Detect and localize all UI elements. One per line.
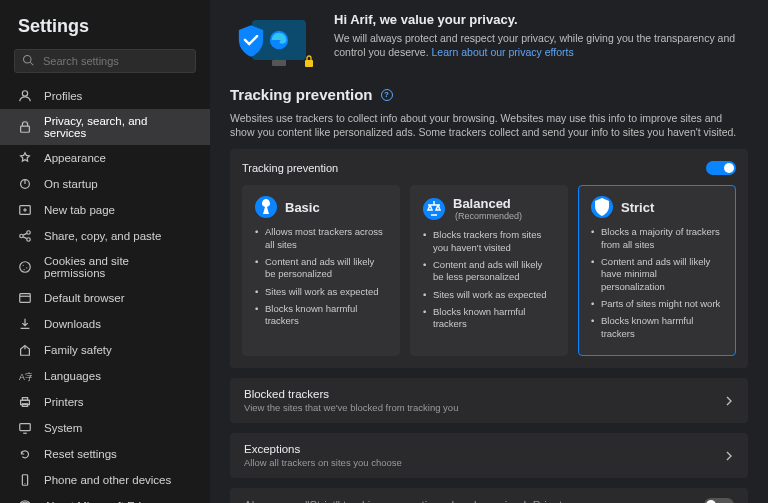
tracking-card-header: Tracking prevention: [242, 161, 736, 175]
level-bullet: Blocks trackers from sites you haven't v…: [423, 229, 555, 254]
svg-point-10: [27, 231, 31, 235]
appearance-icon: [18, 151, 32, 165]
lock-icon: [18, 120, 32, 134]
level-header: Strict: [591, 196, 723, 218]
profile-icon: [18, 89, 32, 103]
tracking-card: Tracking prevention Basic Allows most tr…: [230, 149, 748, 368]
tracking-level-strict[interactable]: Strict Blocks a majority of trackers fro…: [578, 185, 736, 356]
svg-line-12: [23, 233, 27, 235]
svg-rect-3: [21, 126, 30, 132]
chevron-right-icon: [724, 396, 734, 406]
sidebar-item-label: Downloads: [44, 318, 101, 330]
browser-icon: [18, 291, 32, 305]
tracking-heading-text: Tracking prevention: [230, 86, 373, 103]
tracking-levels: Basic Allows most trackers across all si…: [242, 185, 736, 356]
level-name: Strict: [621, 200, 654, 215]
sidebar-item-label: Cookies and site permissions: [44, 255, 192, 279]
level-name: Basic: [285, 200, 320, 215]
svg-point-0: [24, 56, 32, 64]
hero-text: Hi Arif, we value your privacy. We will …: [334, 12, 748, 72]
inprivate-label: Always use "Strict" tracking prevention …: [244, 499, 569, 503]
hero-title: Hi Arif, we value your privacy.: [334, 12, 748, 27]
tracking-description: Websites use trackers to collect info ab…: [230, 111, 748, 139]
sidebar-item-label: Privacy, search, and services: [44, 115, 192, 139]
level-bullet: Parts of sites might not work: [591, 298, 723, 310]
tracking-card-label: Tracking prevention: [242, 162, 338, 174]
privacy-efforts-link[interactable]: Learn about our privacy efforts: [431, 46, 573, 58]
sidebar-item-privacy-search-and-services[interactable]: Privacy, search, and services: [0, 109, 210, 145]
basic-level-icon: [255, 196, 277, 218]
tracking-toggle[interactable]: [706, 161, 736, 175]
edge-logo-icon: [268, 29, 290, 51]
download-icon: [18, 317, 32, 331]
padlock-icon: [304, 54, 314, 68]
blocked-trackers-link[interactable]: Blocked trackers View the sites that we'…: [230, 378, 748, 423]
sidebar-item-share-copy-and-paste[interactable]: Share, copy, and paste: [0, 223, 210, 249]
sidebar-item-downloads[interactable]: Downloads: [0, 311, 210, 337]
hero-description: We will always protect and respect your …: [334, 31, 748, 59]
power-icon: [18, 177, 32, 191]
sidebar-item-printers[interactable]: Printers: [0, 389, 210, 415]
svg-rect-24: [20, 424, 31, 431]
sidebar-item-cookies-and-site-permissions[interactable]: Cookies and site permissions: [0, 249, 210, 285]
sidebar-item-label: Phone and other devices: [44, 474, 171, 486]
recommended-label: (Recommended): [455, 211, 522, 221]
exceptions-link[interactable]: Exceptions Allow all trackers on sites y…: [230, 433, 748, 478]
svg-line-1: [30, 62, 33, 65]
level-bullet: Allows most trackers across all sites: [255, 226, 387, 251]
level-bullet: Content and ads will likely be less pers…: [423, 259, 555, 284]
sidebar-item-default-browser[interactable]: Default browser: [0, 285, 210, 311]
level-header: Basic: [255, 196, 387, 218]
search-container: [14, 49, 196, 73]
level-bullet: Blocks a majority of trackers from all s…: [591, 226, 723, 251]
sidebar-item-label: Printers: [44, 396, 84, 408]
tracking-level-balanced[interactable]: Balanced(Recommended) Blocks trackers fr…: [410, 185, 568, 356]
level-bullet: Content and ads will likely have minimal…: [591, 256, 723, 293]
svg-point-15: [23, 265, 24, 266]
svg-point-17: [24, 269, 25, 270]
about-icon: [18, 499, 32, 503]
sidebar-item-languages[interactable]: A字Languages: [0, 363, 210, 389]
svg-rect-22: [22, 398, 27, 401]
sidebar-item-about-microsoft-edge[interactable]: About Microsoft Edge: [0, 493, 210, 503]
svg-point-14: [20, 262, 31, 273]
share-icon: [18, 229, 32, 243]
balanced-level-icon: [423, 198, 445, 220]
level-name: Balanced: [453, 196, 511, 211]
info-icon[interactable]: ?: [381, 89, 393, 101]
sidebar-item-label: Appearance: [44, 152, 106, 164]
sidebar-item-label: Reset settings: [44, 448, 117, 460]
sidebar-item-appearance[interactable]: Appearance: [0, 145, 210, 171]
privacy-hero: Hi Arif, we value your privacy. We will …: [230, 12, 748, 72]
hero-illustration: [230, 12, 316, 72]
sidebar-item-label: Profiles: [44, 90, 82, 102]
level-bullet: Blocks known harmful trackers: [423, 306, 555, 331]
svg-point-9: [20, 234, 24, 238]
printer-icon: [18, 395, 32, 409]
svg-rect-30: [305, 60, 313, 67]
sidebar-item-system[interactable]: System: [0, 415, 210, 441]
level-bullet: Sites will work as expected: [423, 289, 555, 301]
svg-rect-18: [20, 294, 31, 303]
tracking-level-basic[interactable]: Basic Allows most trackers across all si…: [242, 185, 400, 356]
level-bullet: Content and ads will likely be personali…: [255, 256, 387, 281]
sidebar-item-phone-and-other-devices[interactable]: Phone and other devices: [0, 467, 210, 493]
sidebar-item-family-safety[interactable]: Family safety: [0, 337, 210, 363]
search-input[interactable]: [14, 49, 196, 73]
sidebar-nav: ProfilesPrivacy, search, and servicesApp…: [0, 83, 210, 503]
sidebar-item-on-startup[interactable]: On startup: [0, 171, 210, 197]
level-bullet: Blocks known harmful trackers: [255, 303, 387, 328]
sidebar-item-label: Default browser: [44, 292, 125, 304]
svg-point-2: [22, 91, 27, 96]
reset-icon: [18, 447, 32, 461]
settings-sidebar: Settings ProfilesPrivacy, search, and se…: [0, 0, 210, 503]
svg-point-11: [27, 238, 31, 242]
sidebar-item-reset-settings[interactable]: Reset settings: [0, 441, 210, 467]
blocked-title: Blocked trackers: [244, 388, 458, 400]
sidebar-item-label: Share, copy, and paste: [44, 230, 161, 242]
inprivate-toggle[interactable]: [704, 498, 734, 503]
sidebar-item-profiles[interactable]: Profiles: [0, 83, 210, 109]
sidebar-item-new-tab-page[interactable]: New tab page: [0, 197, 210, 223]
sidebar-title: Settings: [0, 6, 210, 49]
tracking-prevention-heading: Tracking prevention ?: [230, 86, 748, 103]
